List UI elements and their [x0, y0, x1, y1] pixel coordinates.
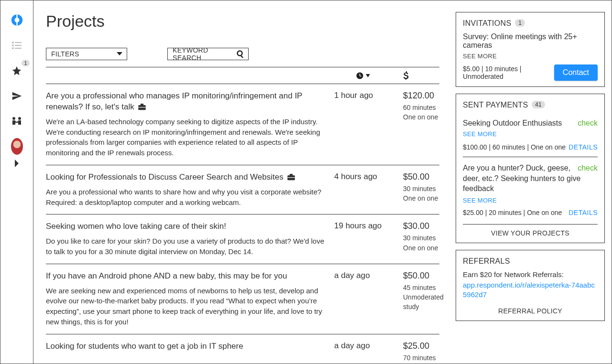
sent-title: checkAre you a hunter? Duck, geese, deer… [463, 163, 598, 194]
svg-rect-18 [139, 107, 146, 107]
sort-time[interactable] [334, 72, 392, 80]
project-meta: 70 minutes [403, 353, 439, 363]
svg-rect-16 [139, 105, 146, 110]
project-desc: We are seeking new and experienced moms … [46, 286, 325, 327]
avatar[interactable] [11, 140, 23, 152]
project-pay: $50.00 [403, 172, 439, 182]
keyword-search[interactable]: KEYWORD SEARCH [167, 48, 249, 60]
referral-link[interactable]: app.respondent.io/r/alexispeterka-74aabc… [463, 281, 595, 299]
referrals-heading: REFERRALS [463, 257, 598, 266]
project-row[interactable]: If you have an Android phone AND a new b… [46, 264, 439, 334]
project-desc: Are you a professional who wants to shar… [46, 187, 325, 208]
project-time: 4 hours ago [334, 172, 392, 182]
project-row[interactable]: Are you a professional who manages IP mo… [46, 84, 439, 165]
invitations-panel: INVITATIONS 1 Survey: Online meetings wi… [456, 12, 605, 87]
project-pay: $25.00 [403, 341, 439, 351]
table-header [46, 67, 439, 84]
sidebar: 1 [0, 0, 33, 364]
svg-point-10 [18, 117, 21, 120]
clock-icon [356, 72, 364, 80]
svg-point-5 [12, 44, 14, 46]
project-pay: $30.00 [403, 221, 439, 231]
sent-seemore[interactable]: SEE MORE [463, 197, 598, 204]
project-desc: Do you like to care for your skin? Do yo… [46, 236, 325, 257]
invitation-meta: $5.00 | 10 minutes | Unmoderated [463, 65, 554, 80]
chevron-down-icon [116, 52, 123, 56]
project-title: Seeking women who love taking care of th… [46, 221, 325, 232]
expand-icon[interactable] [11, 157, 23, 169]
svg-point-9 [12, 117, 15, 120]
referrals-text: Earn $20 for Network Referrals: [463, 270, 598, 278]
project-meta: 45 minutesUnmoderated study [403, 283, 439, 312]
project-title: If you have an Android phone AND a new b… [46, 271, 325, 282]
sent-heading: SENT PAYMENTS 41 [463, 101, 598, 109]
svg-rect-19 [288, 175, 295, 180]
svg-rect-6 [15, 45, 22, 46]
invitation-title: Survey: Online meetings with 25+ cameras [463, 32, 598, 50]
referral-policy[interactable]: REFERRAL POLICY [463, 307, 598, 315]
view-your-projects[interactable]: VIEW YOUR PROJECTS [463, 224, 598, 237]
check-icon: check [578, 163, 598, 173]
svg-rect-21 [288, 177, 295, 178]
project-row[interactable]: Looking for Professionals to Discuss Car… [46, 165, 439, 214]
project-time: a day ago [334, 341, 392, 351]
filters-label: FILTERS [51, 50, 79, 58]
project-meta: 60 minutesOne on one [403, 103, 439, 122]
list-icon[interactable] [11, 39, 23, 51]
svg-point-7 [12, 47, 14, 49]
invitation-seemore[interactable]: SEE MORE [463, 53, 598, 60]
svg-point-3 [12, 42, 14, 43]
project-row[interactable]: Seeking women who love taking care of th… [46, 214, 439, 264]
referrals-panel: REFERRALS Earn $20 for Network Referrals… [456, 250, 605, 321]
star-badge: 1 [22, 60, 29, 66]
send-icon[interactable] [11, 90, 23, 102]
search-icon [237, 50, 244, 58]
project-row[interactable]: Looking for students who want to get a j… [46, 334, 439, 364]
project-time: a day ago [334, 271, 392, 280]
svg-rect-17 [141, 104, 143, 106]
svg-rect-11 [12, 120, 15, 125]
star-icon[interactable]: 1 [11, 64, 23, 76]
sent-item: checkAre you a hunter? Duck, geese, deer… [463, 157, 598, 222]
sent-meta: $100.00 | 60 minutes | One on one [463, 143, 566, 151]
search-label: KEYWORD SEARCH [173, 46, 237, 62]
contact-button[interactable]: Contact [554, 64, 598, 81]
page-title: Projects [46, 12, 439, 31]
sent-item: checkSeeking Outdoor Enthusiasts SEE MOR… [463, 114, 598, 157]
sent-payments-panel: SENT PAYMENTS 41 checkSeeking Outdoor En… [456, 94, 605, 243]
project-time: 1 hour ago [334, 91, 392, 100]
filters-dropdown[interactable]: FILTERS [46, 48, 127, 60]
svg-rect-4 [15, 42, 22, 43]
invitations-badge: 1 [515, 19, 525, 27]
sent-meta: $25.00 | 20 minutes | One on one [463, 209, 562, 216]
logo-icon[interactable] [11, 14, 23, 26]
sent-seemore[interactable]: SEE MORE [463, 130, 497, 138]
sent-badge: 41 [532, 101, 545, 108]
caret-down-icon [366, 74, 370, 77]
people-icon[interactable] [11, 115, 23, 127]
details-link[interactable]: DETAILS [568, 143, 598, 151]
project-meta: 30 minutesOne on one [403, 184, 439, 203]
svg-rect-12 [18, 120, 21, 125]
project-meta: 30 minutesOne on one [403, 233, 439, 253]
dollar-icon [403, 71, 409, 80]
project-title: Looking for students who want to get a j… [46, 341, 325, 352]
details-link[interactable]: DETAILS [568, 209, 598, 216]
sort-pay[interactable] [392, 71, 439, 80]
svg-point-13 [238, 51, 242, 56]
svg-rect-20 [290, 174, 293, 176]
check-icon: check [578, 118, 598, 128]
project-time: 19 hours ago [334, 221, 392, 231]
svg-rect-8 [15, 48, 22, 49]
svg-point-2 [14, 18, 19, 22]
project-desc: We're an LA-based technology company see… [46, 117, 325, 158]
invitations-heading: INVITATIONS 1 [463, 19, 598, 28]
project-pay: $120.00 [403, 91, 439, 101]
project-pay: $50.00 [403, 271, 439, 281]
sent-title: checkSeeking Outdoor Enthusiasts SEE MOR… [463, 118, 598, 139]
project-title: Are you a professional who manages IP mo… [46, 91, 325, 113]
project-title: Looking for Professionals to Discuss Car… [46, 172, 325, 183]
